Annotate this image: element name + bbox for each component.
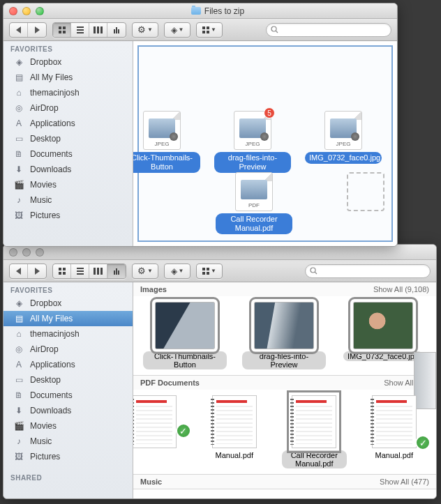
file-item[interactable]: JPEG IMG_0732_face0.jpg bbox=[305, 111, 382, 164]
icon-view[interactable] bbox=[53, 264, 71, 278]
dropbox-menu[interactable]: ◈▼ bbox=[164, 22, 190, 38]
sidebar-item-label: Downloads bbox=[30, 406, 71, 415]
sidebar-item-music[interactable]: ♪Music bbox=[3, 192, 133, 208]
show-all-link[interactable]: Show All (477) bbox=[380, 478, 429, 486]
sidebar-item-home[interactable]: ⌂themacinjosh bbox=[3, 85, 133, 100]
back-button[interactable] bbox=[10, 23, 28, 37]
file-label: Click-Thumbnails-Button bbox=[143, 351, 227, 369]
minimize-button[interactable] bbox=[22, 248, 31, 257]
file-label: Call Recorder Manual.pdf bbox=[216, 213, 292, 234]
file-item[interactable]: JPEG5 drag-files-into-Preview bbox=[214, 111, 291, 173]
sidebar-item-label: All My Files bbox=[30, 72, 73, 82]
title-text: Files to zip bbox=[204, 6, 244, 16]
home-icon: ⌂ bbox=[13, 328, 24, 339]
coverflow-view[interactable] bbox=[107, 23, 126, 37]
sidebar-item-allmyfiles[interactable]: ▤All My Files bbox=[3, 70, 133, 85]
search-icon bbox=[271, 26, 278, 33]
close-button[interactable] bbox=[9, 7, 17, 15]
sidebar-item-pictures[interactable]: 🖼Pictures bbox=[3, 208, 133, 223]
music-icon: ♪ bbox=[13, 436, 24, 447]
search-field[interactable] bbox=[266, 23, 391, 37]
back-button[interactable] bbox=[10, 264, 28, 278]
pdf-item[interactable]: Call Recorder Manual.pdf bbox=[282, 395, 347, 468]
arrange-menu[interactable]: ▼ bbox=[196, 264, 223, 279]
image-item[interactable]: IMG_0732_face0.jpg bbox=[341, 302, 425, 361]
image-item[interactable]: Click-Thumbnails-Button bbox=[143, 302, 227, 369]
image-thumbnail bbox=[254, 302, 314, 349]
file-item[interactable]: PDF Call Recorder Manual.pdf bbox=[216, 172, 292, 234]
sidebar-item-downloads[interactable]: ⬇Downloads bbox=[3, 403, 133, 418]
sidebar-item-movies[interactable]: 🎬Movies bbox=[3, 418, 133, 434]
view-buttons bbox=[52, 264, 126, 279]
sidebar-item-label: All My Files bbox=[30, 314, 73, 323]
sidebar-item-movies[interactable]: 🎬Movies bbox=[3, 177, 133, 192]
sidebar-back: FAVORITES ◈Dropbox ▤All My Files ⌂themac… bbox=[3, 282, 133, 498]
forward-button[interactable] bbox=[28, 23, 46, 37]
sidebar-item-allmyfiles[interactable]: ▤All My Files bbox=[3, 311, 133, 326]
sidebar-item-desktop[interactable]: ▭Desktop bbox=[3, 131, 133, 146]
action-menu[interactable]: ⚙▼ bbox=[132, 264, 158, 279]
file-label: IMG_0732_face0.jpg bbox=[343, 351, 423, 361]
image-item[interactable]: drag-files-into-Preview bbox=[242, 302, 326, 369]
sidebar-item-documents[interactable]: 🗎Documents bbox=[3, 388, 133, 403]
pdf-item[interactable]: Manual.pdf ✓ bbox=[362, 395, 427, 460]
file-item[interactable]: JPEG Click-Thumbnails-Button bbox=[133, 111, 200, 173]
action-menu[interactable]: ⚙▼ bbox=[132, 22, 158, 38]
file-label: drag-files-into-Preview bbox=[214, 152, 291, 173]
airdrop-icon: ◎ bbox=[13, 102, 24, 114]
sidebar-item-documents[interactable]: 🗎Documents bbox=[3, 146, 133, 162]
sidebar-item-applications[interactable]: AApplications bbox=[3, 357, 133, 372]
section-title: Music bbox=[140, 478, 162, 486]
sidebar-item-desktop[interactable]: ▭Desktop bbox=[3, 372, 133, 388]
list-view[interactable] bbox=[71, 23, 89, 37]
pdf-item[interactable]: ✓ bbox=[133, 395, 187, 448]
close-button[interactable] bbox=[9, 248, 17, 257]
pictures-icon: 🖼 bbox=[13, 451, 24, 462]
file-label: Manual.pdf bbox=[371, 450, 417, 460]
ghost-outline bbox=[347, 172, 384, 211]
search-field[interactable] bbox=[305, 264, 431, 278]
forward-button[interactable] bbox=[28, 264, 46, 278]
sidebar-item-airdrop[interactable]: ◎AirDrop bbox=[3, 342, 133, 357]
sidebar-item-music[interactable]: ♪Music bbox=[3, 434, 133, 449]
gear-icon: ⚙ bbox=[137, 266, 146, 276]
docs-icon: 🗎 bbox=[13, 148, 24, 160]
sidebar-item-applications[interactable]: AApplications bbox=[3, 116, 133, 131]
check-badge-icon: ✓ bbox=[415, 435, 431, 450]
sidebar-item-label: Documents bbox=[30, 149, 73, 159]
desktop-icon: ▭ bbox=[13, 374, 24, 385]
show-all-link[interactable]: Show All (9,108) bbox=[373, 285, 429, 293]
pdf-thumbnail bbox=[292, 395, 336, 448]
titlebar-back: . bbox=[3, 245, 436, 260]
pdf-thumbnail bbox=[372, 395, 417, 448]
sidebar-item-downloads[interactable]: ⬇Downloads bbox=[3, 162, 133, 177]
window-title-front: Files to zip bbox=[44, 6, 391, 16]
sidebar-item-dropbox[interactable]: ◈Dropbox bbox=[3, 296, 133, 311]
chevron-down-icon: ▼ bbox=[211, 268, 216, 274]
minimize-button[interactable] bbox=[22, 7, 31, 15]
pdf-item[interactable]: Manual.pdf bbox=[202, 395, 267, 460]
content-front[interactable]: JPEG Click-Thumbnails-Button JPEG5 drag-… bbox=[133, 41, 397, 246]
column-view[interactable] bbox=[89, 264, 107, 278]
coverflow-view[interactable] bbox=[107, 264, 126, 278]
sidebar-item-label: Downloads bbox=[30, 165, 71, 174]
zoom-button[interactable] bbox=[36, 248, 44, 257]
column-view[interactable] bbox=[89, 23, 107, 37]
arrange-menu[interactable]: ▼ bbox=[196, 22, 223, 38]
chevron-down-icon: ▼ bbox=[179, 26, 184, 33]
icon-view[interactable] bbox=[53, 23, 71, 37]
titlebar-front: Files to zip bbox=[3, 3, 397, 19]
sidebar-item-pictures[interactable]: 🖼Pictures bbox=[3, 449, 133, 464]
dropbox-menu[interactable]: ◈▼ bbox=[164, 264, 190, 279]
window-title-back: . bbox=[44, 247, 431, 257]
sidebar-item-label: Desktop bbox=[30, 134, 61, 144]
sidebar-item-home[interactable]: ⌂themacinjosh bbox=[3, 326, 133, 342]
view-buttons bbox=[52, 22, 126, 38]
sidebar-item-airdrop[interactable]: ◎AirDrop bbox=[3, 100, 133, 116]
list-view[interactable] bbox=[71, 264, 89, 278]
svg-line-3 bbox=[276, 31, 278, 33]
zoom-button[interactable] bbox=[36, 7, 44, 15]
sidebar-item-label: Applications bbox=[30, 119, 75, 128]
svg-point-0 bbox=[311, 268, 315, 273]
sidebar-item-dropbox[interactable]: ◈Dropbox bbox=[3, 54, 133, 70]
